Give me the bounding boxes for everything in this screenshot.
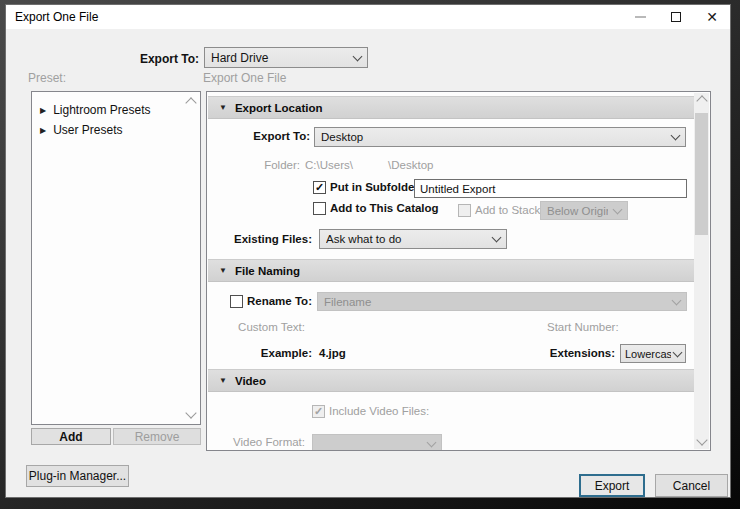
remove-button: Remove xyxy=(113,428,201,445)
put-in-subfolder-checkbox[interactable]: ✓ xyxy=(313,181,326,194)
existing-files-select[interactable]: Ask what to do xyxy=(319,229,507,249)
section-export-location[interactable]: ▼ Export Location xyxy=(208,96,695,119)
section-title: Export Location xyxy=(235,102,323,114)
main-caption: Export One File xyxy=(203,71,286,85)
export-to-label: Export To: xyxy=(207,130,310,142)
plugin-manager-button[interactable]: Plug-in Manager... xyxy=(26,465,129,487)
section-file-naming[interactable]: ▼ File Naming xyxy=(208,259,695,282)
scrollbar-thumb[interactable] xyxy=(695,113,708,235)
extensions-value: Lowercase xyxy=(625,348,671,360)
export-to-top-label: Export To: xyxy=(96,52,199,66)
add-to-catalog-checkbox[interactable] xyxy=(313,202,326,215)
example-value: 4.jpg xyxy=(319,347,346,359)
close-button[interactable]: ✕ xyxy=(694,5,730,29)
window-title: Export One File xyxy=(6,10,98,24)
minimize-icon xyxy=(635,16,646,18)
triangle-down-icon: ▼ xyxy=(219,103,227,112)
include-video-checkbox: ✓ xyxy=(312,405,325,418)
video-format-label: Video Format: xyxy=(207,436,305,448)
existing-files-value: Ask what to do xyxy=(326,233,487,245)
export-dialog: Export One File ✕ Export To: Hard Drive … xyxy=(5,4,731,498)
rename-to-select: Filename xyxy=(317,292,687,311)
window-controls: ✕ xyxy=(622,5,730,29)
add-to-stack-select: Below Original xyxy=(540,201,628,220)
folder-value: C:\Users\ \Desktop xyxy=(305,159,433,171)
extensions-select[interactable]: Lowercase xyxy=(620,344,686,363)
chevron-down-icon xyxy=(671,131,681,141)
maximize-button[interactable] xyxy=(658,5,694,29)
scroll-up-button[interactable] xyxy=(694,93,709,108)
example-label: Example: xyxy=(207,347,312,359)
add-to-stack-checkbox xyxy=(458,204,471,217)
maximize-icon xyxy=(671,12,681,22)
export-to-select[interactable]: Desktop xyxy=(314,127,686,147)
add-to-stack-label: Add to Stack: xyxy=(475,204,543,216)
scroll-up-icon[interactable] xyxy=(185,97,196,108)
video-format-select xyxy=(312,434,442,451)
start-number-label: Start Number: xyxy=(547,321,619,333)
rename-to-label: Rename To: xyxy=(247,295,312,307)
check-icon: ✓ xyxy=(314,406,323,417)
extensions-label: Extensions: xyxy=(507,347,615,359)
scroll-down-icon xyxy=(696,434,707,445)
close-icon: ✕ xyxy=(706,10,718,24)
preset-item-label: Lightroom Presets xyxy=(53,103,150,117)
folder-label: Folder: xyxy=(207,159,300,171)
chevron-down-icon xyxy=(492,233,502,243)
preset-item-user[interactable]: ▶ User Presets xyxy=(40,123,123,137)
export-to-top-value: Hard Drive xyxy=(211,51,348,65)
put-in-subfolder-label: Put in Subfolder: xyxy=(330,181,423,193)
scroll-up-icon xyxy=(696,95,707,106)
chevron-down-icon xyxy=(613,204,623,214)
add-to-stack-value: Below Original xyxy=(547,205,608,217)
export-to-value: Desktop xyxy=(321,131,666,143)
add-button[interactable]: Add xyxy=(31,428,111,445)
settings-panel: ▼ Export Location Export To: Desktop Fol… xyxy=(206,91,711,451)
rename-to-checkbox[interactable] xyxy=(230,295,243,308)
rename-to-value: Filename xyxy=(324,296,667,308)
include-video-label: Include Video Files: xyxy=(329,405,429,417)
triangle-down-icon: ▼ xyxy=(219,266,227,275)
titlebar: Export One File ✕ xyxy=(6,5,730,29)
scroll-down-button[interactable] xyxy=(694,434,709,449)
preset-listbox[interactable]: ▶ Lightroom Presets ▶ User Presets xyxy=(31,91,201,425)
chevron-down-icon xyxy=(672,295,682,305)
section-video[interactable]: ▼ Video xyxy=(208,369,695,392)
cancel-button[interactable]: Cancel xyxy=(655,474,728,497)
export-to-top-select[interactable]: Hard Drive xyxy=(204,47,368,68)
existing-files-label: Existing Files: xyxy=(207,233,312,245)
section-title: Video xyxy=(235,375,266,387)
add-to-catalog-label: Add to This Catalog xyxy=(330,202,439,214)
preset-item-label: User Presets xyxy=(53,123,122,137)
panel-scrollbar[interactable] xyxy=(694,93,709,449)
screen-background: Export One File ✕ Export To: Hard Drive … xyxy=(0,0,740,509)
preset-item-lightroom[interactable]: ▶ Lightroom Presets xyxy=(40,103,151,117)
section-title: File Naming xyxy=(235,265,300,277)
scroll-down-icon[interactable] xyxy=(185,407,196,418)
custom-text-label: Custom Text: xyxy=(207,321,305,333)
preset-label: Preset: xyxy=(28,71,66,85)
export-button[interactable]: Export xyxy=(579,474,645,497)
minimize-button[interactable] xyxy=(622,5,658,29)
chevron-down-icon xyxy=(673,347,683,357)
subfolder-name-input[interactable] xyxy=(414,179,687,198)
chevron-down-icon xyxy=(427,437,437,447)
chevron-down-icon xyxy=(353,51,363,61)
triangle-right-icon: ▶ xyxy=(40,126,46,135)
triangle-down-icon: ▼ xyxy=(219,376,227,385)
triangle-right-icon: ▶ xyxy=(40,106,46,115)
check-icon: ✓ xyxy=(315,182,324,193)
